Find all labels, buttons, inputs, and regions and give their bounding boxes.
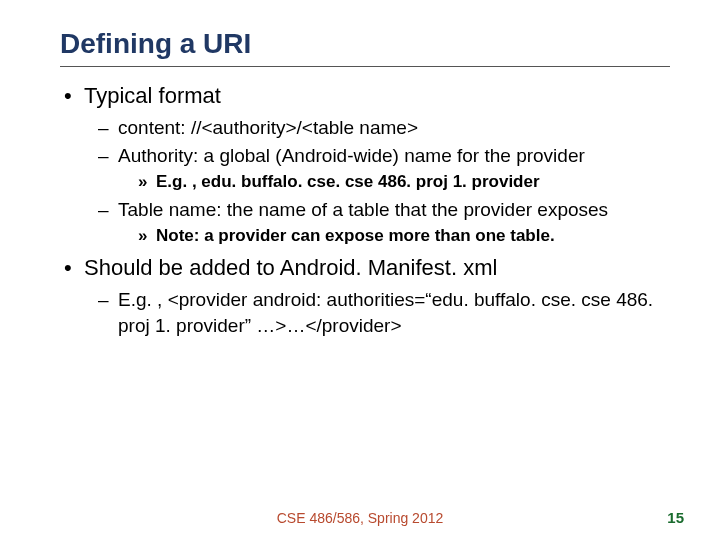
bullet-text: Typical format	[84, 83, 221, 108]
bullet-text: Table name: the name of a table that the…	[118, 199, 608, 220]
slide: Defining a URI Typical format content: /…	[0, 0, 720, 540]
bullet-text: content: //<authority>/<table name>	[118, 117, 418, 138]
page-number: 15	[667, 509, 684, 526]
bullet-text: Note: a provider can expose more than on…	[156, 226, 555, 245]
bullet-list: Typical format content: //<authority>/<t…	[60, 81, 670, 338]
bullet-sublist: E.g. , edu. buffalo. cse. cse 486. proj …	[118, 171, 670, 194]
bullet-sublist: Note: a provider can expose more than on…	[118, 225, 670, 248]
title-rule	[60, 66, 670, 67]
bullet-text: Authority: a global (Android-wide) name …	[118, 145, 585, 166]
bullet-item: content: //<authority>/<table name>	[98, 115, 670, 141]
bullet-item: Typical format content: //<authority>/<t…	[60, 81, 670, 247]
bullet-item: Should be added to Android. Manifest. xm…	[60, 253, 670, 338]
bullet-sublist: E.g. , <provider android: authorities=“e…	[84, 287, 670, 338]
bullet-item: Authority: a global (Android-wide) name …	[98, 143, 670, 194]
bullet-sublist: content: //<authority>/<table name> Auth…	[84, 115, 670, 248]
bullet-item: Table name: the name of a table that the…	[98, 197, 670, 248]
bullet-item: E.g. , <provider android: authorities=“e…	[98, 287, 670, 338]
bullet-text: Should be added to Android. Manifest. xm…	[84, 255, 497, 280]
slide-title: Defining a URI	[60, 28, 670, 60]
bullet-text: E.g. , edu. buffalo. cse. cse 486. proj …	[156, 172, 540, 191]
bullet-text: E.g. , <provider android: authorities=“e…	[118, 289, 653, 336]
bullet-item: Note: a provider can expose more than on…	[138, 225, 670, 248]
footer-course: CSE 486/586, Spring 2012	[0, 510, 720, 526]
bullet-item: E.g. , edu. buffalo. cse. cse 486. proj …	[138, 171, 670, 194]
